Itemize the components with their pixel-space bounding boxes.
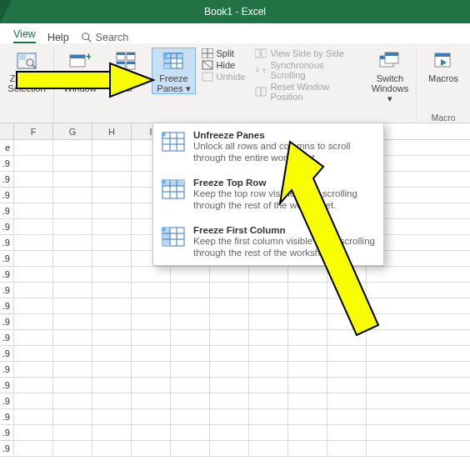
cell[interactable]: [210, 393, 249, 408]
arrange-all-button[interactable]: ArrangeAll: [106, 48, 148, 93]
cell[interactable]: [210, 314, 249, 329]
cell[interactable]: [53, 219, 92, 234]
macros-button[interactable]: Macros: [422, 48, 465, 83]
cell[interactable]: [288, 314, 328, 329]
cell[interactable]: [53, 251, 92, 266]
cell[interactable]: [53, 409, 92, 424]
cell[interactable]: [92, 140, 132, 155]
cell[interactable]: [171, 314, 210, 329]
cell[interactable]: [132, 283, 171, 298]
cell[interactable]: .9: [0, 156, 14, 171]
cell[interactable]: [53, 298, 92, 313]
cell[interactable]: [14, 235, 53, 250]
cell[interactable]: [53, 235, 92, 250]
cell[interactable]: [132, 393, 171, 408]
cell[interactable]: [210, 362, 249, 377]
cell[interactable]: .9: [0, 172, 14, 187]
cell[interactable]: [92, 409, 132, 424]
split-button[interactable]: Split: [202, 48, 246, 58]
cell[interactable]: [14, 425, 53, 440]
cell[interactable]: [53, 362, 92, 377]
cell[interactable]: [53, 378, 92, 393]
cell[interactable]: [288, 393, 328, 408]
cell[interactable]: [92, 267, 132, 282]
cell[interactable]: [53, 393, 92, 408]
cell[interactable]: [328, 425, 367, 440]
cell[interactable]: [288, 267, 328, 282]
cell[interactable]: [249, 330, 288, 345]
cell[interactable]: [53, 330, 92, 345]
cell[interactable]: [92, 172, 132, 187]
cell[interactable]: .9: [0, 251, 14, 266]
cell[interactable]: [92, 441, 132, 456]
cell[interactable]: [288, 362, 328, 377]
cell[interactable]: [328, 409, 367, 424]
column-header[interactable]: F: [14, 123, 53, 139]
cell[interactable]: [92, 219, 132, 234]
cell[interactable]: [210, 330, 249, 345]
cell[interactable]: [53, 283, 92, 298]
tab-view[interactable]: View: [13, 28, 36, 43]
cell[interactable]: [14, 314, 53, 329]
cell[interactable]: .9: [0, 235, 14, 250]
zoom-to-selection-button[interactable]: Zoom toSelection: [5, 48, 48, 93]
tell-me-search[interactable]: Search: [81, 32, 129, 43]
freeze-panes-button[interactable]: ✱ FreezePanes ▾: [152, 48, 194, 93]
cell[interactable]: [328, 393, 367, 408]
cell[interactable]: [14, 251, 53, 266]
cell[interactable]: .9: [0, 283, 14, 298]
cell[interactable]: [14, 298, 53, 313]
new-window-button[interactable]: + NewWindow: [59, 48, 101, 93]
cell[interactable]: .9: [0, 441, 14, 456]
cell[interactable]: [53, 156, 92, 171]
column-header[interactable]: H: [92, 123, 132, 139]
cell[interactable]: [92, 251, 132, 266]
cell[interactable]: [132, 441, 171, 456]
cell[interactable]: [210, 378, 249, 393]
cell[interactable]: [210, 267, 249, 282]
cell[interactable]: [249, 283, 288, 298]
cell[interactable]: [210, 409, 249, 424]
cell[interactable]: [132, 267, 171, 282]
switch-windows-button[interactable]: SwitchWindows ▾: [369, 48, 411, 103]
cell[interactable]: .9: [0, 362, 14, 377]
cell[interactable]: [14, 441, 53, 456]
cell[interactable]: [53, 140, 92, 155]
cell[interactable]: [92, 314, 132, 329]
cell[interactable]: [53, 425, 92, 440]
cell[interactable]: [14, 156, 53, 171]
cell[interactable]: [288, 283, 328, 298]
cell[interactable]: [132, 330, 171, 345]
cell[interactable]: [249, 346, 288, 361]
cell[interactable]: [249, 393, 288, 408]
cell[interactable]: [328, 330, 367, 345]
cell[interactable]: [92, 362, 132, 377]
cell[interactable]: .9: [0, 393, 14, 408]
cell[interactable]: [171, 425, 210, 440]
cell[interactable]: [210, 425, 249, 440]
cell[interactable]: .9: [0, 298, 14, 313]
cell[interactable]: [328, 298, 367, 313]
cell[interactable]: [288, 425, 328, 440]
cell[interactable]: [249, 409, 288, 424]
cell[interactable]: [249, 441, 288, 456]
cell[interactable]: [249, 378, 288, 393]
cell[interactable]: [171, 298, 210, 313]
cell[interactable]: [132, 298, 171, 313]
cell[interactable]: [53, 188, 92, 203]
column-header[interactable]: G: [53, 123, 92, 139]
cell[interactable]: [14, 393, 53, 408]
cell[interactable]: [249, 314, 288, 329]
column-header-partial[interactable]: [0, 123, 14, 139]
cell[interactable]: [132, 362, 171, 377]
cell[interactable]: .9: [0, 219, 14, 234]
cell[interactable]: [92, 188, 132, 203]
cell[interactable]: [53, 172, 92, 187]
cell[interactable]: [288, 409, 328, 424]
cell[interactable]: [328, 283, 367, 298]
cell[interactable]: [14, 172, 53, 187]
cell[interactable]: [171, 409, 210, 424]
cell[interactable]: [328, 314, 367, 329]
tab-help[interactable]: Help: [48, 32, 69, 43]
cell[interactable]: [14, 219, 53, 234]
